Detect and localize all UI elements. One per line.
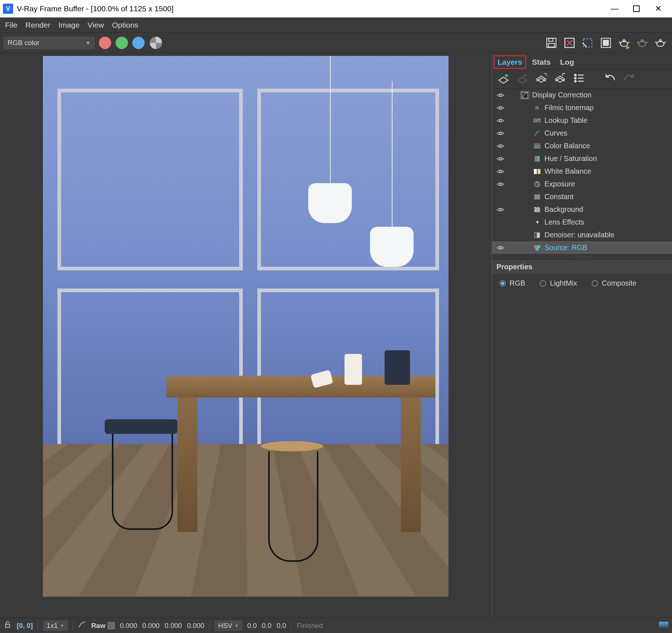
stop-render-button[interactable] bbox=[652, 35, 668, 51]
layer-visibility-toggle[interactable] bbox=[495, 118, 506, 124]
undo-button[interactable] bbox=[604, 72, 616, 86]
menu-options[interactable]: Options bbox=[112, 21, 138, 29]
layer-visibility-toggle[interactable] bbox=[495, 207, 506, 213]
layer-label: Source: RGB bbox=[544, 243, 587, 252]
svg-point-23 bbox=[499, 170, 502, 173]
clear-icon bbox=[563, 37, 576, 49]
menu-image[interactable]: Image bbox=[59, 21, 80, 29]
layer-row[interactable]: Display Correction bbox=[492, 89, 672, 101]
layer-type-icon: LUT bbox=[533, 117, 542, 125]
close-button[interactable]: ✕ bbox=[647, 0, 669, 17]
status-message: Finished bbox=[297, 622, 323, 630]
menu-view[interactable]: View bbox=[88, 21, 104, 29]
layer-visibility-toggle[interactable] bbox=[495, 130, 506, 136]
blue-channel-button[interactable] bbox=[132, 37, 145, 49]
tab-stats[interactable]: Stats bbox=[528, 56, 554, 69]
svg-rect-30 bbox=[6, 624, 10, 627]
layer-label: Background bbox=[544, 205, 583, 214]
layer-row[interactable]: Denoiser: unavailable bbox=[492, 229, 672, 241]
layer-row[interactable]: Color Balance bbox=[492, 140, 672, 152]
layer-label: Curves bbox=[544, 129, 567, 137]
layer-row[interactable]: Constant bbox=[492, 190, 672, 203]
histogram-icon[interactable] bbox=[659, 622, 668, 630]
svg-point-12 bbox=[659, 40, 661, 42]
svg-point-26 bbox=[499, 209, 502, 211]
lock-icon[interactable] bbox=[4, 621, 12, 630]
layer-label: Denoiser: unavailable bbox=[544, 231, 614, 239]
properties-body: RGB LightMix Composite bbox=[492, 274, 672, 293]
layer-row[interactable]: Exposure bbox=[492, 178, 672, 190]
layer-visibility-toggle[interactable] bbox=[495, 169, 506, 174]
svg-point-21 bbox=[499, 145, 502, 147]
dropdown-arrow-icon: ▼ bbox=[85, 40, 90, 46]
layer-row[interactable]: ✦Lens Effects bbox=[492, 216, 672, 229]
layer-visibility-toggle[interactable] bbox=[495, 245, 506, 251]
layer-visibility-toggle[interactable] bbox=[495, 181, 506, 187]
minimize-button[interactable]: — bbox=[604, 0, 625, 17]
svg-point-8 bbox=[623, 40, 625, 42]
region-icon bbox=[582, 37, 594, 49]
layer-row[interactable]: fxFilmic tonemap bbox=[492, 101, 672, 114]
tab-layers[interactable]: Layers bbox=[494, 55, 526, 69]
layer-type-icon: fx bbox=[533, 104, 542, 112]
layer-menu-button[interactable] bbox=[573, 72, 585, 86]
save-layers-button[interactable] bbox=[535, 72, 547, 86]
side-panel: Layers Stats Log Display CorrectionfxFil… bbox=[491, 53, 672, 618]
svg-point-22 bbox=[499, 158, 502, 160]
layer-row[interactable]: Hue / Saturation bbox=[492, 152, 672, 165]
layer-list: Display CorrectionfxFilmic tonemapLUTLoo… bbox=[492, 89, 672, 254]
radio-composite-label: Composite bbox=[602, 279, 637, 287]
color-mode-dropdown[interactable]: HSV ▼ bbox=[215, 621, 242, 631]
raw-toggle[interactable]: Raw bbox=[91, 622, 115, 630]
green-channel-button[interactable] bbox=[116, 37, 128, 49]
side-tabs: Layers Stats Log bbox=[492, 53, 672, 70]
properties-header: Properties bbox=[492, 260, 672, 274]
color-swatch-icon bbox=[108, 622, 115, 629]
main-area: Layers Stats Log Display CorrectionfxFil… bbox=[0, 53, 672, 618]
float-g: 0.000 bbox=[142, 622, 160, 630]
layer-type-icon bbox=[533, 244, 542, 252]
pixel-ratio-dropdown[interactable]: 1x1 ▼ bbox=[43, 621, 68, 631]
status-bar: [0, 0] 1x1 ▼ Raw 0.000 0.000 0.000 0.000… bbox=[0, 618, 672, 633]
radio-composite[interactable]: Composite bbox=[592, 279, 637, 287]
svg-rect-27 bbox=[535, 233, 537, 238]
hsv-h: 0.0 bbox=[247, 622, 257, 630]
layer-type-icon bbox=[533, 231, 542, 239]
render-viewport[interactable] bbox=[0, 53, 491, 618]
region-render-button[interactable] bbox=[580, 35, 596, 51]
tab-log[interactable]: Log bbox=[556, 56, 578, 69]
layer-row[interactable]: Background bbox=[492, 203, 672, 216]
load-layers-button[interactable] bbox=[554, 72, 566, 86]
redo-button[interactable] bbox=[623, 72, 635, 86]
maximize-button[interactable] bbox=[625, 0, 647, 17]
layer-visibility-toggle[interactable] bbox=[495, 92, 506, 98]
clear-image-button[interactable] bbox=[562, 35, 578, 51]
save-image-button[interactable] bbox=[543, 35, 559, 51]
float-b: 0.000 bbox=[165, 622, 182, 630]
layer-row[interactable]: White Balance bbox=[492, 165, 672, 178]
svg-point-14 bbox=[575, 77, 576, 79]
mono-channel-button[interactable] bbox=[150, 37, 162, 49]
radio-rgb[interactable]: RGB bbox=[499, 279, 525, 287]
layer-row[interactable]: Curves bbox=[492, 127, 672, 140]
pixel-ratio-label: 1x1 bbox=[47, 622, 58, 630]
delete-layer-button[interactable] bbox=[516, 72, 528, 86]
render-interactive-button[interactable] bbox=[634, 35, 650, 51]
red-channel-button[interactable] bbox=[99, 37, 111, 49]
panel-resize-handle[interactable]: :::::::::: bbox=[492, 254, 672, 260]
layer-visibility-toggle[interactable] bbox=[495, 105, 506, 111]
render-button[interactable] bbox=[616, 35, 632, 51]
layer-visibility-toggle[interactable] bbox=[495, 143, 506, 149]
layer-row[interactable]: Source: RGB bbox=[492, 241, 672, 254]
layer-visibility-toggle[interactable] bbox=[495, 156, 506, 162]
channel-selector[interactable]: RGB color ▼ bbox=[4, 37, 94, 49]
teapot-icon bbox=[636, 37, 648, 49]
add-layer-button[interactable] bbox=[497, 72, 510, 86]
layer-row[interactable]: LUTLookup Table bbox=[492, 114, 672, 127]
menu-render[interactable]: Render bbox=[25, 21, 51, 29]
track-mouse-button[interactable] bbox=[598, 35, 614, 51]
layer-type-icon bbox=[533, 155, 542, 163]
menubar: File Render Image View Options bbox=[0, 17, 672, 33]
menu-file[interactable]: File bbox=[5, 21, 17, 29]
radio-lightmix[interactable]: LightMix bbox=[540, 279, 577, 287]
